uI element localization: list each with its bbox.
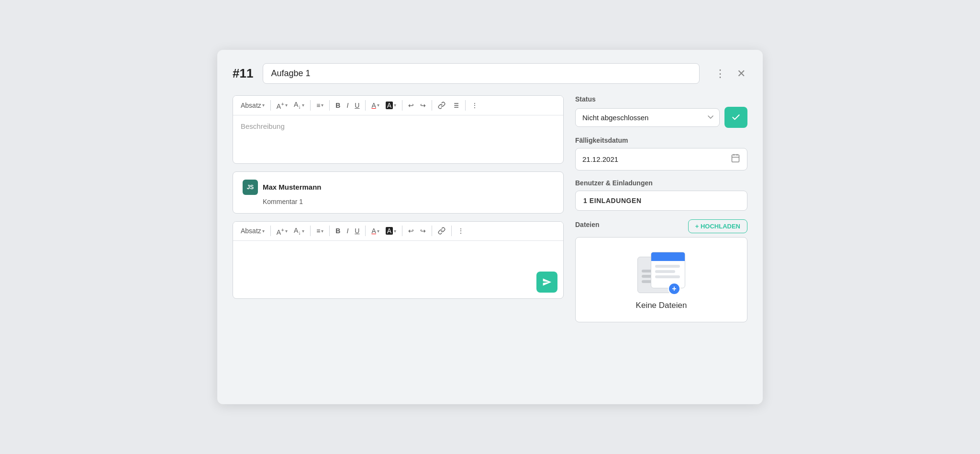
font-color-button2[interactable]: A ▾ (368, 225, 382, 237)
description-editor: Absatz ▾ A+ ▾ A↓ ▾ (233, 95, 564, 164)
paragraph-arrow: ▾ (262, 102, 265, 108)
divider4 (365, 100, 366, 111)
doc-front-line (655, 265, 680, 268)
font-size-up-button[interactable]: A+ ▾ (274, 99, 290, 112)
confirm-status-button[interactable] (724, 107, 747, 128)
divider1 (270, 100, 271, 111)
align-group: ≡ ▾ (313, 100, 326, 111)
author-name: Max Mustermann (263, 183, 322, 191)
task-id: #11 (233, 66, 253, 81)
avatar: JS (243, 180, 258, 195)
divider-e2-6 (432, 226, 432, 236)
no-files-label: Keine Dateien (636, 301, 687, 310)
description-content[interactable]: Beschreibung (233, 115, 563, 163)
users-label: Benutzer & Einladungen (575, 179, 747, 187)
doc-front (651, 252, 685, 288)
doc-front-lines (651, 261, 685, 278)
files-illustration: + (637, 252, 685, 295)
history-group2: ↩ ↪ (405, 225, 429, 237)
send-comment-button[interactable] (536, 272, 557, 293)
divider-e2-2 (310, 226, 311, 236)
due-date-display[interactable]: 21.12.2021 (575, 148, 747, 170)
doc-front-header (651, 252, 685, 261)
editor1-toolbar: Absatz ▾ A+ ▾ A↓ ▾ (233, 96, 563, 115)
link-button[interactable] (435, 100, 448, 111)
divider-e2-3 (329, 226, 330, 236)
divider6 (432, 100, 432, 111)
toolbar-more-button[interactable]: ⋮ (468, 100, 481, 111)
doc-front-line (655, 270, 675, 273)
undo-button2[interactable]: ↩ (405, 225, 417, 237)
calendar-icon (731, 153, 740, 165)
files-label: Dateien (575, 221, 600, 228)
history-group: ↩ ↪ (405, 100, 429, 111)
italic-button[interactable]: I (344, 100, 351, 111)
bold-button2[interactable]: B (333, 225, 343, 237)
close-button[interactable]: ✕ (735, 66, 747, 82)
paragraph-dropdown2[interactable]: Absatz ▾ (238, 225, 267, 237)
color-group: A ▾ A ▾ (368, 100, 399, 111)
status-select[interactable]: Nicht abgeschlossen Abgeschlossen In Bea… (575, 108, 720, 127)
files-section: Dateien + HOCHLADEN (575, 219, 747, 322)
comment-section: JS Max Mustermann Kommentar 1 (233, 171, 564, 214)
link-icon (438, 102, 445, 109)
divider2 (310, 100, 311, 111)
font-size-up2[interactable]: A+ ▾ (274, 225, 290, 238)
color-group2: A ▾ A ▾ (368, 225, 399, 237)
font-color-button[interactable]: A ▾ (368, 100, 382, 111)
redo-button[interactable]: ↪ (417, 100, 429, 111)
paragraph-group2: Absatz ▾ (238, 225, 267, 237)
divider-e2-7 (451, 226, 452, 236)
extras-group (435, 100, 462, 111)
modal-body: Absatz ▾ A+ ▾ A↓ ▾ (233, 95, 747, 322)
font-size-group2: A+ ▾ A↓ ▾ (274, 225, 307, 238)
redo-button2[interactable]: ↪ (417, 225, 429, 237)
due-date-value: 21.12.2021 (582, 155, 618, 163)
link-button2[interactable] (435, 225, 448, 237)
font-size-down2[interactable]: A↓ ▾ (291, 225, 307, 238)
undo-button[interactable]: ↩ (405, 100, 417, 111)
modal-header: #11 ⋮ ✕ (233, 63, 747, 84)
font-size-group: A+ ▾ A↓ ▾ (274, 99, 307, 112)
paragraph-dropdown[interactable]: Absatz ▾ (238, 100, 267, 111)
comment-input[interactable] (233, 241, 563, 298)
send-icon (542, 277, 552, 287)
invitations-box[interactable]: 1 EINLADUNGEN (575, 191, 747, 211)
toolbar-more-button2[interactable]: ⋮ (455, 225, 467, 237)
highlight-button2[interactable]: A ▾ (383, 225, 399, 237)
task-title-input[interactable] (263, 63, 700, 84)
upload-button[interactable]: + HOCHLADEN (688, 219, 747, 233)
paragraph-group: Absatz ▾ (238, 100, 267, 111)
text-format-group: B I U (333, 100, 362, 111)
due-date-section: Fälligkeitsdatum 21.12.2021 (575, 136, 747, 170)
divider7 (465, 100, 466, 111)
font-size-down-button[interactable]: A↓ ▾ (291, 99, 307, 112)
more-icon: ⋮ (715, 68, 725, 80)
list-icon (452, 102, 459, 109)
status-row: Nicht abgeschlossen Abgeschlossen In Bea… (575, 107, 747, 128)
align-button[interactable]: ≡ ▾ (313, 100, 326, 111)
divider-e2-4 (365, 226, 366, 236)
bold-button[interactable]: B (333, 100, 343, 111)
text-format-group2: B I U (333, 225, 362, 237)
italic-button2[interactable]: I (344, 225, 351, 237)
divider5 (402, 100, 402, 111)
divider-e2-5 (402, 226, 402, 236)
divider-e2-1 (270, 226, 271, 236)
underline-button[interactable]: U (352, 100, 362, 111)
files-empty-area: + Keine Dateien (575, 237, 747, 322)
highlight-button[interactable]: A ▾ (383, 100, 399, 111)
doc-front-line (655, 275, 680, 278)
users-section: Benutzer & Einladungen 1 EINLADUNGEN (575, 179, 747, 211)
comment-editor: Absatz ▾ A+ ▾ A↓ ▾ (233, 221, 564, 299)
left-column: Absatz ▾ A+ ▾ A↓ ▾ (233, 95, 564, 322)
comment-author: JS Max Mustermann (243, 180, 554, 195)
link-icon2 (438, 227, 445, 235)
list-button[interactable] (449, 100, 462, 111)
align-button2[interactable]: ≡ ▾ (313, 225, 326, 237)
underline-button2[interactable]: U (352, 225, 362, 237)
align-group2: ≡ ▾ (313, 225, 326, 237)
right-column: Status Nicht abgeschlossen Abgeschlossen… (575, 95, 747, 322)
more-options-button[interactable]: ⋮ (713, 66, 727, 82)
status-label: Status (575, 95, 747, 103)
